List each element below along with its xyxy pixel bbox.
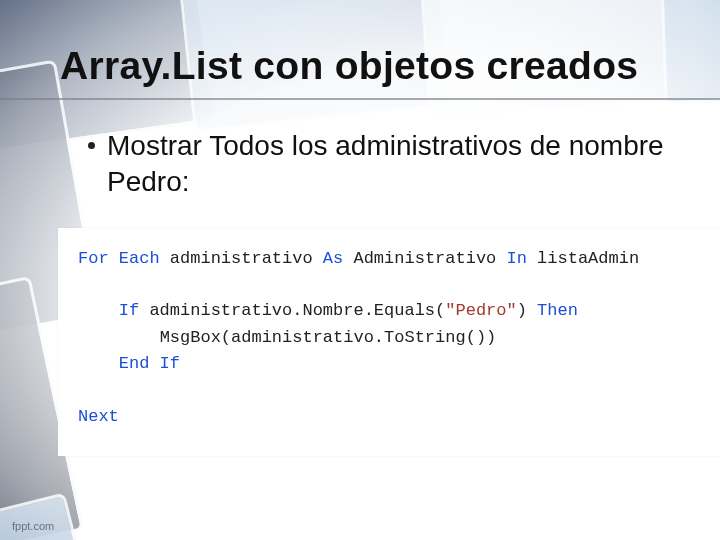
code-identifier: listaAdmin	[527, 249, 639, 268]
code-identifier: MsgBox(administrativo.ToString())	[160, 328, 497, 347]
title-underline	[0, 98, 720, 100]
bullet-item: Mostrar Todos los administrativos de nom…	[88, 128, 664, 200]
code-keyword: Then	[537, 301, 578, 320]
code-block: For Each administrativo As Administrativ…	[58, 228, 720, 456]
code-punct: )	[517, 301, 537, 320]
code-identifier: administrativo	[160, 249, 323, 268]
code-identifier: Administrativo	[343, 249, 506, 268]
bullet-icon	[88, 142, 95, 149]
code-keyword: As	[323, 249, 343, 268]
code-keyword: If	[119, 301, 139, 320]
slide-body: Mostrar Todos los administrativos de nom…	[0, 100, 720, 456]
slide-title: Array.List con objetos creados	[0, 44, 720, 98]
code-keyword: For Each	[78, 249, 160, 268]
code-keyword: In	[507, 249, 527, 268]
code-keyword: Next	[78, 407, 119, 426]
code-identifier: administrativo.Nombre.Equals	[139, 301, 435, 320]
code-punct: (	[435, 301, 445, 320]
slide: Array.List con objetos creados Mostrar T…	[0, 0, 720, 540]
bullet-text: Mostrar Todos los administrativos de nom…	[107, 128, 664, 200]
code-keyword: End If	[119, 354, 180, 373]
code-string: "Pedro"	[445, 301, 516, 320]
footer-credit: fppt.com	[12, 520, 54, 532]
